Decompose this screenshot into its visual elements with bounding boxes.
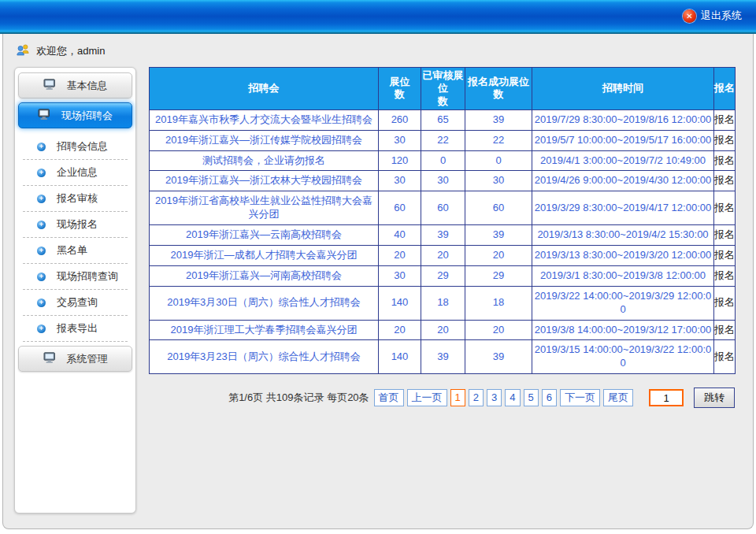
table-row: 2019年浙江省高校毕业生就业公益性招聘大会嘉兴分团6060602019/3/2… [150, 191, 736, 225]
table-row: 2019年浙江嘉兴—浙江农林大学校园招聘会3030302019/4/26 9:0… [150, 171, 736, 191]
recruit-time: 2019/3/1 8:30:00~2019/3/8 12:00:00 [532, 265, 714, 286]
job-fair-name-link[interactable]: 2019年嘉兴市秋季人才交流大会暨毕业生招聘会 [150, 109, 379, 130]
register-link[interactable]: 报名 [714, 130, 736, 150]
next-page-button[interactable]: 下一页 [560, 389, 600, 406]
sidebar-item-label: 基本信息 [67, 79, 108, 93]
recruit-time: 2019/4/1 3:00:00~2019/7/2 10:49:00 [532, 150, 714, 171]
job-fair-name-link[interactable]: 2019年3月23日（周六）综合性人才招聘会 [150, 340, 379, 374]
table-row: 测试招聘会，企业请勿报名120002019/4/1 3:00:00~2019/7… [150, 150, 736, 171]
approved-booth-count: 22 [421, 130, 465, 150]
sidebar-subitem-1[interactable]: +企业信息 [23, 160, 128, 186]
register-link[interactable]: 报名 [714, 320, 736, 340]
page-number-button-6[interactable]: 6 [542, 389, 557, 406]
booth-count: 260 [379, 109, 421, 130]
sidebar-subitem-3[interactable]: +现场报名 [23, 212, 128, 238]
plus-icon: + [37, 299, 46, 307]
job-fair-name-link[interactable]: 2019年浙江省高校毕业生就业公益性招聘大会嘉兴分团 [150, 191, 379, 225]
register-link[interactable]: 报名 [714, 191, 736, 225]
plus-icon: + [37, 195, 46, 203]
booth-count: 40 [379, 225, 421, 246]
sidebar-subitem-0[interactable]: +招聘会信息 [23, 134, 128, 160]
sidebar-subitem-label: 现场招聘查询 [57, 269, 118, 284]
job-fair-name-link[interactable]: 2019年浙江理工大学春季招聘会嘉兴分团 [150, 320, 379, 340]
recruit-time: 2019/3/29 8:30:00~2019/4/17 12:00:00 [532, 191, 714, 225]
column-header-success-booths: 报名成功展位数 [465, 68, 532, 110]
approved-booth-count: 39 [421, 225, 465, 246]
plus-icon: + [37, 273, 46, 281]
register-link[interactable]: 报名 [714, 225, 736, 246]
page-number-button-1[interactable]: 1 [450, 389, 465, 406]
sidebar-subitem-7[interactable]: +报表导出 [23, 316, 128, 342]
table-row: 2019年浙江—成都人才招聘大会嘉兴分团2020202019/3/13 8:30… [150, 245, 736, 265]
sidebar-subitem-label: 招聘会信息 [57, 139, 108, 154]
register-link[interactable]: 报名 [714, 340, 736, 374]
job-fair-name-link[interactable]: 2019年浙江—成都人才招聘大会嘉兴分团 [150, 245, 379, 265]
register-link[interactable]: 报名 [714, 171, 736, 191]
monitor-icon [38, 109, 51, 123]
sidebar-item-label: 现场招聘会 [61, 109, 113, 123]
register-link[interactable]: 报名 [714, 265, 736, 286]
plus-icon: + [37, 169, 46, 177]
register-link[interactable]: 报名 [714, 245, 736, 265]
sidebar-subitem-label: 企业信息 [57, 165, 98, 180]
content-area: 欢迎您，admin 基本信息 [2, 34, 754, 529]
job-fair-name-link[interactable]: 2019年浙江嘉兴—云南高校招聘会 [150, 225, 379, 246]
table-row: 2019年浙江嘉兴—河南高校招聘会3029292019/3/1 8:30:00~… [150, 265, 736, 286]
column-header-job-fair: 招聘会 [150, 68, 379, 110]
sidebar-submenu: +招聘会信息+企业信息+报名审核+现场报名+黑名单+现场招聘查询+交易查询+报表… [18, 132, 132, 345]
success-booth-count: 22 [465, 130, 532, 150]
sidebar-item-label: 系统管理 [67, 352, 108, 366]
job-fair-name-link[interactable]: 2019年浙江嘉兴—河南高校招聘会 [150, 265, 379, 286]
page-number-button-5[interactable]: 5 [524, 389, 539, 406]
sidebar-item-system-management[interactable]: 系统管理 [18, 346, 132, 372]
success-booth-count: 60 [465, 191, 532, 225]
job-fair-name-link[interactable]: 2019年浙江嘉兴—浙江农林大学校园招聘会 [150, 171, 379, 191]
page-number-button-4[interactable]: 4 [505, 389, 520, 406]
sidebar-subitem-2[interactable]: +报名审核 [23, 186, 128, 212]
booth-count: 20 [379, 245, 421, 265]
last-page-button[interactable]: 尾页 [603, 389, 633, 406]
booth-count: 20 [379, 320, 421, 340]
first-page-button[interactable]: 首页 [374, 389, 404, 406]
recruit-time: 2019/3/13 8:30:00~2019/3/20 12:00:00 [532, 245, 714, 265]
booth-count: 30 [379, 265, 421, 286]
booth-count: 120 [379, 150, 421, 171]
register-link[interactable]: 报名 [714, 286, 736, 320]
welcome-bar: 欢迎您，admin [3, 34, 753, 58]
table-header-row: 招聘会 展位 数 已审核展位 数 报名成功展位数 招聘时间 报名 [150, 68, 736, 110]
success-booth-count: 20 [465, 320, 532, 340]
sidebar-subitem-label: 报名审核 [57, 191, 98, 206]
booth-count: 30 [379, 130, 421, 150]
job-fair-name-link[interactable]: 2019年浙江嘉兴—浙江传媒学院校园招聘会 [150, 130, 379, 150]
register-link[interactable]: 报名 [714, 150, 736, 171]
sidebar-subitem-label: 报表导出 [57, 321, 98, 336]
users-icon [16, 44, 31, 58]
page-number-button-3[interactable]: 3 [487, 389, 502, 406]
booth-count: 140 [379, 340, 421, 374]
sidebar-subitem-5[interactable]: +现场招聘查询 [23, 264, 128, 290]
pagination-bar: 第1/6页 共109条记录 每页20条 首页 上一页 123456 下一页 尾页… [149, 388, 735, 408]
job-fair-name-link[interactable]: 测试招聘会，企业请勿报名 [150, 150, 379, 171]
sidebar-subitem-label: 黑名单 [57, 243, 87, 258]
page-jump-input[interactable] [649, 389, 684, 406]
page-number-button-2[interactable]: 2 [469, 389, 484, 406]
logout-button[interactable]: ✕ 退出系统 [683, 9, 742, 23]
table-row: 2019年浙江嘉兴—浙江传媒学院校园招聘会3022222019/5/7 10:0… [150, 130, 736, 150]
sidebar-item-basic-info[interactable]: 基本信息 [18, 72, 132, 98]
column-header-register: 报名 [714, 68, 736, 110]
sidebar-subitem-6[interactable]: +交易查询 [23, 290, 128, 316]
jump-button[interactable]: 跳转 [694, 388, 735, 408]
app-header: ✕ 退出系统 [0, 0, 756, 34]
sidebar-subitem-4[interactable]: +黑名单 [23, 238, 128, 264]
register-link[interactable]: 报名 [714, 109, 736, 130]
approved-booth-count: 30 [421, 171, 465, 191]
job-fair-name-link[interactable]: 2019年3月30日（周六）综合性人才招聘会 [150, 286, 379, 320]
approved-booth-count: 29 [421, 265, 465, 286]
table-row: 2019年浙江嘉兴—云南高校招聘会4039392019/3/13 8:30:00… [150, 225, 736, 246]
prev-page-button[interactable]: 上一页 [407, 389, 447, 406]
sidebar-item-onsite-job-fair[interactable]: 现场招聘会 [18, 102, 132, 128]
recruit-time: 2019/3/13 8:30:00~2019/4/2 15:30:00 [532, 225, 714, 246]
column-header-approved-booths: 已审核展位 数 [421, 68, 465, 110]
main-panel: 招聘会 展位 数 已审核展位 数 报名成功展位数 招聘时间 报名 2019年嘉兴… [149, 67, 735, 408]
booth-count: 140 [379, 286, 421, 320]
